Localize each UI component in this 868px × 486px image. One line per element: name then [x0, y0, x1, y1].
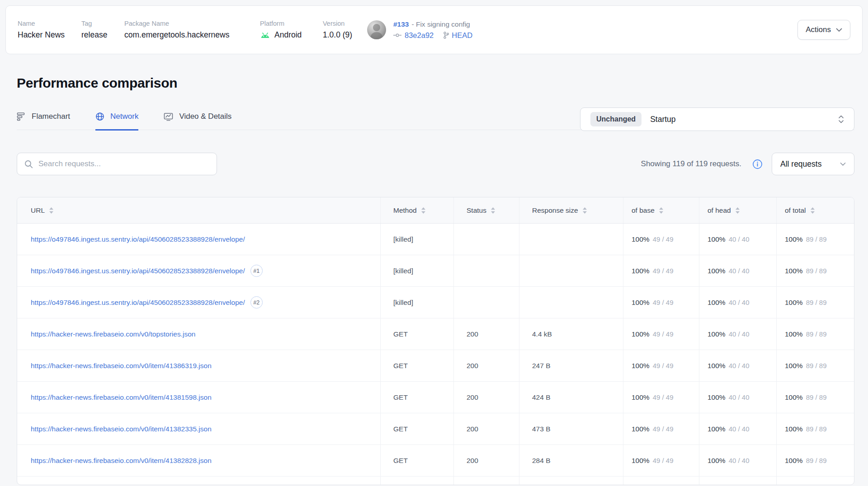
search-box[interactable] [17, 153, 217, 175]
method-cell: GET [380, 382, 453, 413]
of-head-fraction: 40 / 40 [729, 393, 750, 401]
request-url-link[interactable]: https://hacker-news.firebaseio.com/v0/to… [31, 330, 195, 338]
tab-video-details[interactable]: Video & Details [164, 112, 231, 131]
of-head-cell: 100% 40 / 40 [699, 413, 776, 444]
of-head-cell: 100% 40 / 40 [699, 224, 776, 255]
comparison-select[interactable]: Unchanged Startup [580, 107, 854, 131]
of-base-fraction: 49 / 49 [653, 393, 674, 401]
unchanged-badge: Unchanged [590, 112, 642, 126]
column-label: Method [393, 206, 417, 215]
column-label: of total [785, 206, 806, 215]
of-head-percent: 100% [708, 299, 726, 307]
request-url-link[interactable]: https://hacker-news.firebaseio.com/v0/it… [31, 393, 212, 402]
branch-icon [443, 32, 449, 39]
branch-group: HEAD [443, 31, 472, 40]
of-head-percent: 100% [708, 235, 726, 243]
request-url-link[interactable]: https://o497846.ingest.us.sentry.io/api/… [31, 267, 245, 275]
column-header-of-head[interactable]: of head [699, 197, 776, 223]
of-total-percent: 100% [785, 235, 803, 243]
duplicate-count-badge: #1 [250, 265, 263, 277]
request-url-link[interactable]: https://hacker-news.firebaseio.com/v0/it… [31, 457, 212, 465]
tag-value: release [81, 30, 124, 40]
table-row-partial [17, 477, 854, 485]
request-url-link[interactable]: https://o497846.ingest.us.sentry.io/api/… [31, 235, 245, 243]
commit-sha-link[interactable]: 83e2a92 [405, 31, 434, 40]
of-base-fraction: 49 / 49 [653, 235, 674, 243]
column-label: of base [632, 206, 655, 215]
status-cell: 200 [453, 318, 519, 350]
tab-bar: Flamechart Network [17, 112, 854, 130]
tab-label: Video & Details [179, 112, 231, 121]
platform-field: Platform Android [260, 20, 323, 40]
globe-icon [95, 112, 104, 121]
column-header-method[interactable]: Method [380, 197, 453, 223]
url-cell: https://hacker-news.firebaseio.com/v0/it… [17, 350, 380, 381]
of-head-percent: 100% [708, 425, 726, 433]
tab-flamechart[interactable]: Flamechart [17, 112, 70, 131]
version-label: Version [323, 20, 367, 27]
of-base-percent: 100% [632, 393, 650, 402]
page-title: Performance comparison [17, 74, 854, 92]
table-row: https://hacker-news.firebaseio.com/v0/it… [17, 445, 854, 477]
column-header-status[interactable]: Status [453, 197, 519, 223]
pr-number-link[interactable]: #133 [393, 20, 409, 28]
of-base-percent: 100% [632, 362, 650, 370]
of-base-fraction: 49 / 49 [653, 425, 674, 433]
info-icon[interactable] [752, 159, 763, 169]
avatar [367, 20, 386, 39]
search-input[interactable] [38, 159, 209, 168]
filter-all-requests-button[interactable]: All requests [772, 153, 854, 175]
of-total-fraction: 89 / 89 [806, 457, 827, 464]
of-total-cell: 100% 89 / 89 [776, 287, 854, 318]
of-head-fraction: 40 / 40 [729, 457, 750, 464]
of-base-cell: 100% 49 / 49 [623, 255, 699, 286]
of-base-fraction: 49 / 49 [653, 299, 674, 306]
method-cell: GET [380, 445, 453, 476]
method-cell: [killed] [380, 255, 453, 286]
of-total-fraction: 89 / 89 [806, 299, 827, 306]
column-header-response-size[interactable]: Response size [519, 197, 623, 223]
response-size-cell [519, 255, 623, 286]
column-header-of-base[interactable]: of base [623, 197, 699, 223]
column-label: URL [31, 206, 45, 215]
of-total-cell: 100% 89 / 89 [776, 224, 854, 255]
of-base-percent: 100% [632, 235, 650, 243]
package-name-label: Package Name [124, 20, 260, 27]
response-size-cell: 424 B [519, 382, 623, 413]
of-base-cell: 100% 49 / 49 [623, 350, 699, 381]
column-label: Status [467, 206, 486, 215]
status-cell: 200 [453, 382, 519, 413]
column-header-of-total[interactable]: of total [776, 197, 854, 223]
request-url-link[interactable]: https://hacker-news.firebaseio.com/v0/it… [31, 362, 212, 370]
of-head-fraction: 40 / 40 [729, 299, 750, 306]
search-icon [24, 160, 33, 168]
commit-info: #133 - Fix signing config 83e2a92 [367, 20, 472, 40]
table-row: https://o497846.ingest.us.sentry.io/api/… [17, 287, 854, 318]
commit-lines: #133 - Fix signing config 83e2a92 [393, 20, 472, 40]
of-total-percent: 100% [785, 362, 803, 370]
pr-title: - Fix signing config [411, 20, 470, 28]
chevron-down-icon [836, 28, 842, 32]
requests-table: URL Method Status Response size of base … [17, 197, 854, 485]
column-header-url[interactable]: URL [17, 197, 380, 223]
head-link[interactable]: HEAD [452, 31, 472, 40]
of-head-percent: 100% [708, 393, 726, 402]
of-total-percent: 100% [785, 330, 803, 338]
package-name-value: com.emergetools.hackernews [124, 30, 260, 40]
request-url-link[interactable]: https://o497846.ingest.us.sentry.io/api/… [31, 299, 245, 307]
commit-icon [393, 33, 401, 38]
tab-network[interactable]: Network [95, 112, 138, 131]
sort-icon [659, 207, 663, 214]
flamechart-icon [17, 112, 26, 121]
request-url-link[interactable]: https://hacker-news.firebaseio.com/v0/it… [31, 425, 212, 433]
name-field: Name Hacker News [18, 20, 81, 40]
method-cell: GET [380, 413, 453, 444]
actions-button[interactable]: Actions [797, 20, 850, 40]
method-cell: GET [380, 350, 453, 381]
of-base-percent: 100% [632, 457, 650, 465]
sort-icon [491, 207, 495, 214]
of-head-fraction: 40 / 40 [729, 425, 750, 433]
of-total-percent: 100% [785, 457, 803, 465]
android-icon [260, 32, 270, 38]
table-row: https://o497846.ingest.us.sentry.io/api/… [17, 224, 854, 255]
